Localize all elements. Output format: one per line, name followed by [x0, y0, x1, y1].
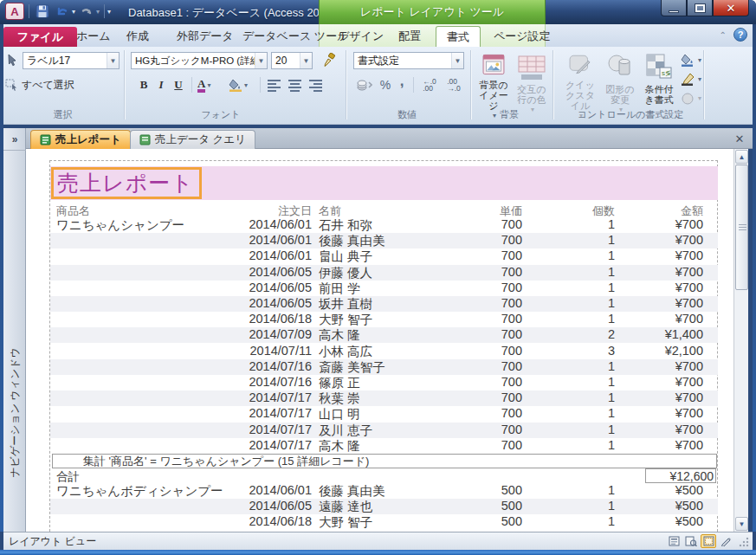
- table-row[interactable]: 2014/06/18大野 智子5001¥500: [50, 514, 718, 530]
- chevron-down-icon[interactable]: ▾: [244, 81, 248, 89]
- table-row[interactable]: 2014/06/05坂井 直樹7001¥700: [50, 296, 718, 312]
- quick-styles-icon: [565, 52, 595, 77]
- bold-button[interactable]: B: [136, 76, 152, 94]
- total-value[interactable]: ¥12,600: [645, 468, 716, 483]
- chevron-down-icon[interactable]: ▾: [207, 81, 210, 89]
- redo-dropdown-caret[interactable]: ▾: [96, 8, 100, 16]
- chevron-down-icon[interactable]: ▼: [107, 53, 119, 68]
- font-color-button[interactable]: A ▾: [197, 76, 210, 94]
- chevron-down-icon[interactable]: ▼: [255, 53, 267, 68]
- collapse-ribbon-icon[interactable]: ⌃: [720, 30, 727, 40]
- cell-qty: 1: [527, 248, 615, 262]
- cell-amount: ¥700: [617, 296, 703, 310]
- separator: [104, 4, 105, 18]
- format-painter-button[interactable]: [319, 51, 338, 68]
- table-row[interactable]: 2014/07/11小林 高広7003¥2,100: [50, 344, 718, 359]
- minimize-button[interactable]: [661, 0, 687, 16]
- table-row[interactable]: 2014/07/17高木 隆7001¥700: [50, 438, 718, 454]
- chevron-down-icon[interactable]: ▾: [698, 75, 701, 83]
- access-app-icon[interactable]: A: [5, 3, 24, 20]
- save-icon: [36, 4, 49, 18]
- table-row[interactable]: 2014/06/01畠山 典子7001¥700: [50, 248, 718, 264]
- conditional-formatting-icon: s≶: [644, 52, 674, 81]
- change-shape-icon: [605, 52, 635, 81]
- table-row[interactable]: 2014/07/09高木 隆7002¥1,400: [50, 327, 718, 343]
- currency-format-button[interactable]: [355, 76, 374, 94]
- table-row[interactable]: 2014/06/18大野 智子7001¥700: [50, 312, 718, 327]
- cell-date: 2014/06/05: [210, 499, 312, 513]
- shape-outline-icon: [681, 73, 695, 86]
- shape-outline-button[interactable]: ▾: [681, 71, 701, 87]
- expand-navigation-pane-button[interactable]: »: [3, 128, 26, 151]
- cell-date: 2014/06/01: [210, 248, 312, 262]
- close-document-icon[interactable]: ✕: [732, 131, 747, 146]
- table-row[interactable]: 2014/06/05伊藤 優人7001¥700: [50, 265, 718, 281]
- resize-grip[interactable]: [738, 536, 749, 547]
- table-row[interactable]: 2014/06/05遠藤 達也5001¥500: [50, 499, 718, 514]
- vertical-scrollbar[interactable]: ▲ ▼: [733, 149, 748, 532]
- align-right-button[interactable]: [307, 76, 324, 94]
- cell-qty: 1: [527, 438, 615, 452]
- table-row[interactable]: 2014/06/05前田 学7001¥700: [50, 281, 718, 296]
- underline-button[interactable]: U: [171, 76, 186, 94]
- font-name-combobox[interactable]: HG丸ゴシックM-PRO (詳細) ▼: [131, 52, 268, 69]
- italic-button[interactable]: I: [153, 76, 169, 94]
- tab-page-setup[interactable]: ページ設定: [483, 26, 561, 47]
- shape-fill-button[interactable]: ▾: [681, 52, 701, 68]
- cell-price: 700: [397, 359, 522, 373]
- number-format-combobox[interactable]: 書式設定 ▼: [353, 52, 464, 69]
- design-view-button[interactable]: [718, 534, 733, 548]
- table-row[interactable]: ワニちゃんボディシャンプー2014/06/01後藤 真由美5001¥500: [50, 483, 718, 499]
- table-row[interactable]: 2014/06/01後藤 真由美7001¥700: [50, 233, 718, 248]
- decrease-decimals-button[interactable]: .00→.0: [443, 76, 465, 94]
- save-button[interactable]: [34, 3, 51, 20]
- align-left-button[interactable]: [265, 76, 282, 94]
- select-all-button[interactable]: すべて選択: [5, 76, 74, 94]
- table-row[interactable]: 2014/07/16篠原 正7001¥700: [50, 375, 718, 390]
- tab-create[interactable]: 作成: [116, 26, 159, 47]
- print-preview-button[interactable]: [683, 534, 699, 548]
- font-size-combobox[interactable]: 20 ▼: [271, 52, 313, 69]
- close-button[interactable]: ✕: [713, 0, 749, 16]
- report-view-button[interactable]: [666, 534, 682, 548]
- help-icon[interactable]: ?: [733, 28, 747, 42]
- chevron-down-icon[interactable]: ▼: [300, 53, 312, 68]
- scroll-up-icon[interactable]: ▲: [735, 150, 748, 164]
- doc-tab-sales-query[interactable]: 売上データ クエリ: [130, 130, 255, 149]
- doc-tab-sales-report[interactable]: 売上レポート: [30, 130, 131, 149]
- table-row[interactable]: 2014/07/16斎藤 美智子7001¥700: [50, 359, 718, 375]
- table-row[interactable]: 2014/07/17秋葉 崇7001¥700: [50, 390, 718, 406]
- shape-effects-button[interactable]: ▾: [681, 90, 701, 106]
- table-row[interactable]: 2014/07/17及川 恵子7001¥700: [50, 423, 718, 438]
- tab-home[interactable]: ホーム: [66, 26, 121, 47]
- tab-format[interactable]: 書式: [436, 26, 481, 47]
- percent-format-button[interactable]: %: [378, 76, 393, 94]
- cell-amount: ¥700: [617, 281, 703, 294]
- maximize-button[interactable]: [687, 0, 713, 16]
- customize-qat-caret[interactable]: ▾: [107, 8, 111, 16]
- group-summary-row[interactable]: 集計 '商品名' = ワニちゃんシャンプー (15 詳細レコード): [52, 454, 717, 468]
- chevron-down-icon[interactable]: ▼: [451, 53, 463, 68]
- cell-qty: 1: [527, 423, 615, 436]
- comma-format-button[interactable]: ,: [397, 73, 407, 90]
- table-row[interactable]: 2014/07/17山口 明7001¥700: [50, 406, 718, 422]
- undo-button[interactable]: [54, 3, 71, 20]
- tab-arrange[interactable]: 配置: [388, 26, 431, 47]
- scroll-down-icon[interactable]: ▼: [735, 517, 748, 531]
- undo-dropdown-caret[interactable]: ▾: [72, 8, 75, 16]
- chevron-down-icon[interactable]: ▾: [698, 56, 701, 64]
- cell-amount: ¥700: [617, 265, 703, 279]
- layout-view-button[interactable]: [701, 534, 716, 548]
- redo-button[interactable]: [78, 3, 95, 20]
- tab-design[interactable]: デザイン: [327, 26, 394, 47]
- object-selector-combobox[interactable]: ラベル17 ▼: [23, 52, 120, 69]
- font-color-icon: A: [197, 78, 205, 93]
- contextual-tool-header: レポート レイアウト ツール: [319, 0, 546, 24]
- group-separator: [703, 50, 704, 119]
- increase-decimals-button[interactable]: ←.0.00: [418, 76, 441, 94]
- scrollbar-thumb[interactable]: [735, 165, 748, 290]
- table-row[interactable]: ワニちゃんシャンプー2014/06/01石井 和弥7001¥700: [50, 217, 718, 233]
- fill-color-button[interactable]: ▾: [229, 76, 248, 94]
- total-label[interactable]: 合計: [56, 469, 80, 485]
- align-center-button[interactable]: [286, 76, 303, 94]
